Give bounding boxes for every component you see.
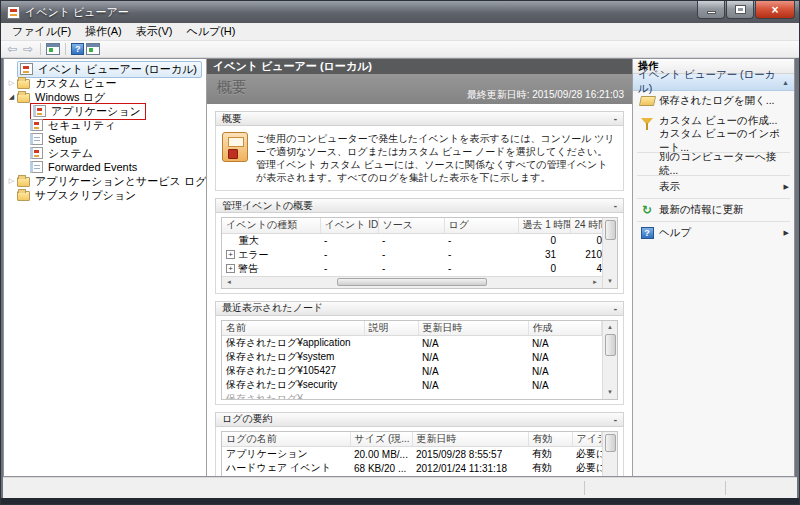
- overview-banner: 概要 最終更新日時: 2015/09/28 16:21:03: [207, 74, 632, 104]
- scroll-up-icon[interactable]: ▲: [603, 321, 617, 334]
- col-log-name[interactable]: ログの名前: [222, 432, 350, 447]
- scroll-right-icon[interactable]: ►: [588, 279, 602, 285]
- scroll-down-icon[interactable]: ▼: [603, 275, 617, 288]
- menu-help[interactable]: ヘルプ(H): [179, 23, 242, 40]
- section-overview-header[interactable]: 概要 -: [215, 111, 624, 126]
- minimize-button[interactable]: [697, 1, 725, 19]
- tree-item-system[interactable]: システム: [6, 146, 204, 160]
- content-area: イベント ビューアー (ローカル) ▷ カスタム ビュー ◢ Windows ロ…: [1, 58, 799, 477]
- action-connect-another-computer[interactable]: 別のコンピューターへ接続...: [633, 154, 794, 174]
- group-collapse-icon[interactable]: ▲: [782, 79, 789, 86]
- close-button[interactable]: ×: [755, 1, 795, 19]
- col-log[interactable]: ログ: [444, 218, 518, 233]
- logsum-row[interactable]: アプリケーション 20.00 MB/... 2015/09/28 8:55:57…: [222, 447, 602, 462]
- collapse-icon[interactable]: -: [614, 414, 617, 425]
- col-size[interactable]: サイズ (現...: [350, 432, 412, 447]
- filter-icon: [639, 118, 655, 125]
- menu-file[interactable]: ファイル(F): [5, 23, 78, 40]
- help-toolbar-icon[interactable]: ?: [71, 43, 84, 55]
- main-scroll-area: 概要 - ご使用のコンピューターで発生したイベントを表示するには、コンソール ツ…: [207, 104, 632, 476]
- col-retention-policy[interactable]: アイテム保持ポリシ...: [572, 432, 602, 447]
- section-recent-nodes: 最近表示されたノード - 名前 説明 更新日時 作成: [215, 301, 624, 405]
- main-pane-header: イベント ビューアー (ローカル): [207, 59, 632, 74]
- col-created[interactable]: 作成: [528, 321, 602, 336]
- scroll-thumb[interactable]: [605, 434, 616, 452]
- action-import-custom-view[interactable]: カスタム ビューのインポート...: [633, 131, 794, 151]
- section-log-summary-header[interactable]: ログの要約 -: [215, 412, 624, 427]
- app-icon: [7, 6, 20, 19]
- action-refresh[interactable]: ↻ 最新の情報に更新: [633, 200, 794, 220]
- col-last-hour[interactable]: 過去 1 時間: [518, 218, 570, 233]
- tree-collapsed-icon[interactable]: ▷: [6, 177, 17, 185]
- vertical-scrollbar[interactable]: ▼: [602, 432, 617, 477]
- log-icon: [33, 105, 46, 117]
- recent-row[interactable]: 保存されたログ¥security N/A N/A: [222, 378, 602, 392]
- recent-row[interactable]: 保存されたログ¥system N/A N/A: [222, 350, 602, 364]
- section-recent-nodes-header[interactable]: 最近表示されたノード -: [215, 301, 624, 316]
- section-overview: 概要 - ご使用のコンピューターで発生したイベントを表示するには、コンソール ツ…: [215, 111, 624, 191]
- vertical-scrollbar[interactable]: ▲ ▼: [602, 321, 617, 399]
- separator: [637, 221, 790, 222]
- col-modified[interactable]: 更新日時: [412, 432, 528, 447]
- forward-icon[interactable]: ⇨: [21, 43, 35, 55]
- action-view[interactable]: 表示 ▶: [633, 177, 794, 197]
- separator: [637, 175, 790, 176]
- back-icon[interactable]: ⇦: [5, 43, 19, 55]
- tree-item-setup[interactable]: Setup: [6, 132, 204, 146]
- tree-item-forwarded-events[interactable]: Forwarded Events: [6, 160, 204, 174]
- maximize-button[interactable]: [726, 1, 754, 19]
- console-window-icon[interactable]: [46, 43, 60, 55]
- action-open-saved-log[interactable]: 保存されたログを開く...: [633, 91, 794, 111]
- logsum-row[interactable]: ハードウェア イベント 68 KB/20 ... 2012/01/24 11:3…: [222, 461, 602, 475]
- col-source[interactable]: ソース: [378, 218, 444, 233]
- log-icon: [30, 161, 43, 173]
- collapse-icon[interactable]: -: [614, 113, 617, 124]
- collapse-icon[interactable]: -: [614, 200, 617, 211]
- col-modified[interactable]: 更新日時: [418, 321, 528, 336]
- scroll-thumb[interactable]: [605, 220, 616, 240]
- menu-action[interactable]: 操作(A): [78, 23, 129, 40]
- scroll-down-icon[interactable]: ▼: [603, 386, 617, 399]
- vertical-scrollbar[interactable]: ▼: [602, 218, 617, 288]
- tree-item-root[interactable]: イベント ビューアー (ローカル): [6, 62, 204, 76]
- console-window-icon-2[interactable]: [86, 43, 100, 55]
- tree-item-apps-services-logs[interactable]: ▷ アプリケーションとサービス ログ: [6, 174, 204, 188]
- action-help[interactable]: ? ヘルプ ▶: [633, 223, 794, 243]
- tree-item-security[interactable]: セキュリティ: [6, 118, 204, 132]
- minimize-icon: [707, 11, 716, 14]
- submenu-arrow-icon: ▶: [784, 229, 789, 237]
- admin-row-critical[interactable]: 重大 - - - 0 0: [222, 233, 616, 248]
- scroll-thumb[interactable]: [605, 334, 616, 356]
- col-description[interactable]: 説明: [364, 321, 418, 336]
- menu-view[interactable]: 表示(V): [129, 23, 180, 40]
- col-name[interactable]: 名前: [222, 321, 364, 336]
- tree-collapsed-icon[interactable]: ▷: [6, 79, 17, 87]
- menu-bar: ファイル(F) 操作(A) 表示(V) ヘルプ(H): [1, 23, 799, 41]
- scroll-left-icon[interactable]: ◄: [222, 279, 236, 285]
- actions-group-header[interactable]: イベント ビューアー (ローカル) ▲: [633, 74, 794, 91]
- tree-expanded-icon[interactable]: ◢: [6, 93, 17, 101]
- expand-icon[interactable]: +: [226, 264, 235, 273]
- horizontal-scrollbar[interactable]: ◄ ►: [222, 276, 602, 288]
- scroll-thumb[interactable]: [337, 278, 487, 286]
- logsum-row[interactable]: Hitachi Device Manager - ... 68 KB/1.00.…: [222, 475, 602, 476]
- tree-item-application[interactable]: アプリケーション: [6, 104, 204, 118]
- col-enabled[interactable]: 有効: [528, 432, 572, 447]
- admin-row-error[interactable]: +エラー - - - 31 210: [222, 248, 616, 262]
- recent-row[interactable]: 保存されたログ¥application N/A N/A: [222, 336, 602, 351]
- status-divider: [725, 481, 726, 495]
- admin-row-warning[interactable]: +警告 - - - 0 4: [222, 262, 616, 276]
- tree-item-custom-views[interactable]: ▷ カスタム ビュー: [6, 76, 204, 90]
- recent-row[interactable]: 保存されたログ¥105427 N/A N/A: [222, 364, 602, 378]
- col-event-id[interactable]: イベント ID: [320, 218, 378, 233]
- col-event-type[interactable]: イベントの種類: [222, 218, 320, 233]
- recent-row-partial[interactable]: 保存されたログ¥: [222, 392, 602, 400]
- event-log-icon: [222, 132, 248, 162]
- overview-description: ご使用のコンピューターで発生したイベントを表示するには、コンソール ツリーで適切…: [256, 132, 617, 184]
- expand-icon[interactable]: +: [226, 250, 235, 259]
- maximize-icon: [736, 6, 745, 13]
- title-bar[interactable]: イベント ビューアー ×: [1, 1, 799, 23]
- collapse-icon[interactable]: -: [614, 303, 617, 314]
- tree-item-subscriptions[interactable]: サブスクリプション: [6, 188, 204, 202]
- section-admin-events-header[interactable]: 管理イベントの概要 -: [215, 198, 624, 213]
